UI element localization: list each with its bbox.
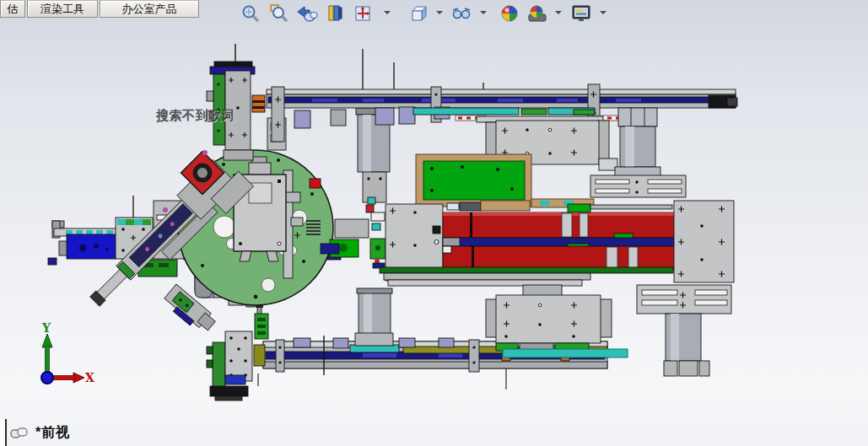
display-style-icon[interactable] xyxy=(407,3,429,24)
upper-right-branch xyxy=(416,108,686,207)
orientation-triad: Y X xyxy=(41,321,94,384)
overlay-watermark-text: 搜索不到歌词 xyxy=(156,108,235,124)
apply-scene-dropdown[interactable] xyxy=(555,11,562,18)
section-view-icon[interactable] xyxy=(323,3,346,24)
triad-y-label: Y xyxy=(41,321,51,335)
hide-show-items-dropdown[interactable] xyxy=(480,11,487,18)
edit-appearance-icon[interactable] xyxy=(498,3,520,24)
display-style-dropdown[interactable] xyxy=(436,11,443,18)
zoom-to-area-icon[interactable] xyxy=(267,3,290,24)
current-view-label: *前视 xyxy=(35,424,70,442)
zoom-to-fit-icon[interactable] xyxy=(239,3,261,24)
graphics-area[interactable]: Y X 搜索不到歌词 估 渲染工具 办公室产品 xyxy=(0,0,868,446)
command-manager-tabs: 估 渲染工具 办公室产品 xyxy=(0,0,199,18)
view-orientation-icon[interactable] xyxy=(353,3,375,24)
view-settings-icon[interactable] xyxy=(569,3,592,24)
tab-office-products[interactable]: 办公室产品 xyxy=(100,0,199,18)
view-orientation-status: *前视 xyxy=(10,424,70,442)
cad-assembly-top-view: Y X xyxy=(0,0,868,446)
feature-tree-panel-edge xyxy=(0,419,7,446)
view-settings-dropdown[interactable] xyxy=(600,11,607,18)
previous-view-icon[interactable] xyxy=(295,3,318,24)
triad-x-label: X xyxy=(85,371,94,384)
view-orientation-dropdown[interactable] xyxy=(384,11,391,18)
tab-evaluate[interactable]: 估 xyxy=(0,0,25,18)
hide-show-items-icon[interactable] xyxy=(450,3,472,24)
apply-scene-icon[interactable] xyxy=(526,3,548,24)
tab-render-tools[interactable]: 渲染工具 xyxy=(27,0,98,18)
view-link-icon xyxy=(10,426,30,441)
red-actuator-assembly xyxy=(321,201,734,286)
